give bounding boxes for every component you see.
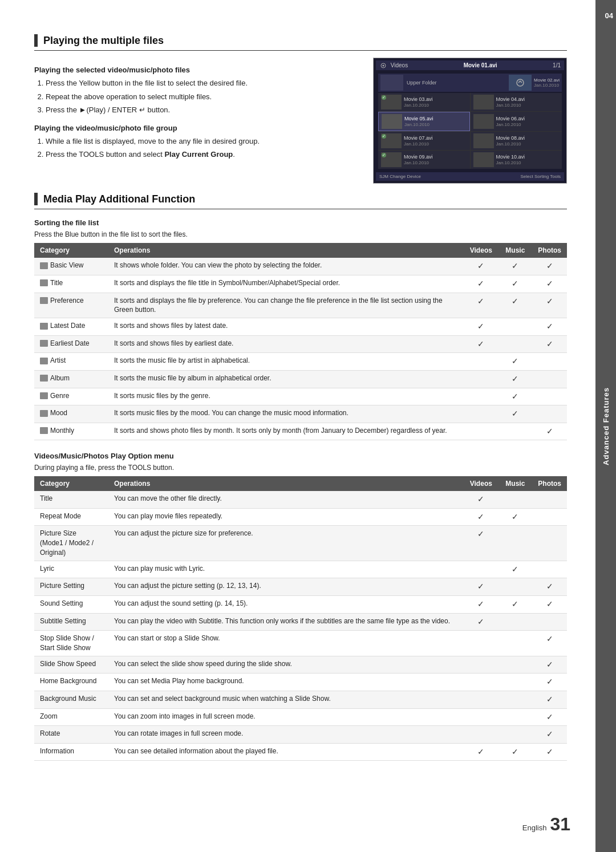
- photos-cell: ✓: [532, 293, 567, 318]
- music-cell: ✓: [498, 293, 532, 318]
- videos-cell: ✓: [464, 596, 498, 614]
- screenshot-file-7: ✓ Movie 09.aviJan.10.2010: [378, 151, 470, 169]
- operation-cell: It sorts music files by the mood. You ca…: [108, 405, 464, 423]
- category-cell: Preference: [34, 293, 108, 318]
- table-row: Latest Date It sorts and shows files by …: [34, 318, 567, 336]
- music-cell: [498, 613, 532, 631]
- screenshot-file-6: Movie 08.aviJan.10.2010: [471, 132, 562, 150]
- videos-cell: ✓: [464, 293, 498, 318]
- operation-cell: It sorts and displays the file title in …: [108, 275, 464, 293]
- section1-title: Playing the multiple files: [43, 35, 164, 47]
- videos-cell: [464, 388, 498, 405]
- screenshot-file-8: Movie 10.aviJan.10.2010: [471, 151, 562, 169]
- screenshot-file-1: ✓ Movie 03.aviJan.10.2010: [378, 93, 470, 111]
- music-cell: ✓: [498, 370, 532, 388]
- category-cell: Title: [34, 275, 108, 293]
- videos-cell: [464, 656, 498, 674]
- play-option-header-row: Category Operations Videos Music Photos: [34, 476, 567, 491]
- category-cell: Rotate: [34, 726, 108, 744]
- music-cell: ✓: [498, 353, 532, 371]
- photos-cell: ✓: [532, 318, 567, 336]
- table-row: Album It sorts the music file by album i…: [34, 370, 567, 388]
- step-1: Press the Yellow button in the file list…: [46, 78, 362, 89]
- category-cell: Slide Show Speed: [34, 656, 108, 674]
- table-row: Title It sorts and displays the file tit…: [34, 275, 567, 293]
- category-cell: Sound Setting: [34, 596, 108, 614]
- photos-cell: [532, 526, 567, 561]
- screenshot-content: Upper Folder Movie 02.aviJan.10.2010: [376, 71, 564, 171]
- photos-cell: ✓: [532, 275, 567, 293]
- videos-cell: [464, 631, 498, 656]
- screenshot-header: Videos Movie 01.avi 1/1: [376, 60, 564, 70]
- th-music-2: Music: [498, 476, 532, 491]
- music-cell: [498, 726, 532, 744]
- videos-cell: ✓: [464, 491, 498, 508]
- play-option-table: Category Operations Videos Music Photos …: [34, 476, 567, 761]
- category-cell: Zoom: [34, 708, 108, 726]
- videos-cell: ✓: [464, 526, 498, 561]
- music-cell: ✓: [498, 388, 532, 405]
- th-operations-2: Operations: [108, 476, 464, 491]
- screenshot-footer: SJM Change Device Select Sorting Tools: [376, 172, 564, 181]
- table-row: Picture Size(Mode1 / Mode2 / Original) Y…: [34, 526, 567, 561]
- table-row: Lyric You can play music with Lyric. ✓: [34, 561, 567, 578]
- th-videos-2: Videos: [464, 476, 498, 491]
- table-row: Genre It sorts music files by the genre.…: [34, 388, 567, 405]
- category-cell: Background Music: [34, 691, 108, 709]
- music-cell: [498, 335, 532, 353]
- table-row: Rotate You can rotate images in full scr…: [34, 726, 567, 744]
- step-2: Repeat the above operation to select mul…: [46, 91, 362, 103]
- screenshot-file-5: ✓ Movie 07.aviJan.10.2010: [378, 132, 470, 150]
- photos-cell: ✓: [532, 691, 567, 709]
- category-cell: Album: [34, 370, 108, 388]
- sorting-section: Sorting the file list Press the Blue but…: [34, 218, 567, 440]
- category-cell: Picture Size(Mode1 / Mode2 / Original): [34, 526, 108, 561]
- th-photos-2: Photos: [532, 476, 567, 491]
- videos-cell: ✓: [464, 508, 498, 526]
- operation-cell: You can adjust the picture setting (p. 1…: [108, 578, 464, 596]
- th-photos-1: Photos: [532, 243, 567, 258]
- videos-cell: ✓: [464, 258, 498, 275]
- category-cell: Picture Setting: [34, 578, 108, 596]
- step-2-1: While a file list is displayed, move to …: [46, 136, 362, 147]
- videos-cell: ✓: [464, 578, 498, 596]
- operation-cell: It sorts the music file by album in alph…: [108, 370, 464, 388]
- screenshot-file-3: Movie 05.aviJan.10.2010: [378, 112, 470, 131]
- operation-cell: You can adjust the picture size for pref…: [108, 526, 464, 561]
- th-videos-1: Videos: [464, 243, 498, 258]
- table-row: Preference It sorts and displays the fil…: [34, 293, 567, 318]
- table-row: Home Background You can set Media Play h…: [34, 674, 567, 691]
- table-row: Title You can move the other file direct…: [34, 491, 567, 508]
- photos-cell: ✓: [532, 258, 567, 275]
- videos-cell: ✓: [464, 275, 498, 293]
- category-cell: Mood: [34, 405, 108, 423]
- section-bar: [34, 34, 38, 47]
- photos-cell: [532, 405, 567, 423]
- videos-cell: [464, 708, 498, 726]
- photos-cell: [532, 613, 567, 631]
- table-row: Sound Setting You can adjust the sound s…: [34, 596, 567, 614]
- photos-cell: [532, 491, 567, 508]
- category-cell: Genre: [34, 388, 108, 405]
- category-cell: Latest Date: [34, 318, 108, 336]
- photos-cell: ✓: [532, 631, 567, 656]
- screenshot: Videos Movie 01.avi 1/1 Upper Folder: [373, 58, 567, 184]
- photos-cell: ✓: [532, 578, 567, 596]
- screenshot-file-2: Movie 04.aviJan.10.2010: [471, 93, 562, 111]
- videos-cell: [464, 370, 498, 388]
- steps-list-1: Press the Yellow button in the file list…: [34, 78, 362, 116]
- table-row: Background Music You can set and select …: [34, 691, 567, 709]
- category-cell: Information: [34, 743, 108, 761]
- section1-heading: Playing the multiple files: [34, 34, 567, 51]
- photos-cell: ✓: [532, 708, 567, 726]
- music-cell: ✓: [498, 561, 532, 578]
- screenshot-file-4: Movie 06.aviJan.10.2010: [471, 112, 562, 131]
- play-option-title: Videos/Music/Photos Play Option menu: [34, 452, 567, 460]
- th-category-1: Category: [34, 243, 108, 258]
- operation-cell: It sorts and shows photo files by month.…: [108, 423, 464, 440]
- operation-cell: You can select the slide show speed duri…: [108, 656, 464, 674]
- operation-cell: You can start or stop a Slide Show.: [108, 631, 464, 656]
- table-row: Earliest Date It sorts and shows files b…: [34, 335, 567, 353]
- videos-cell: [464, 405, 498, 423]
- chapter-label: Advanced Features: [602, 387, 610, 465]
